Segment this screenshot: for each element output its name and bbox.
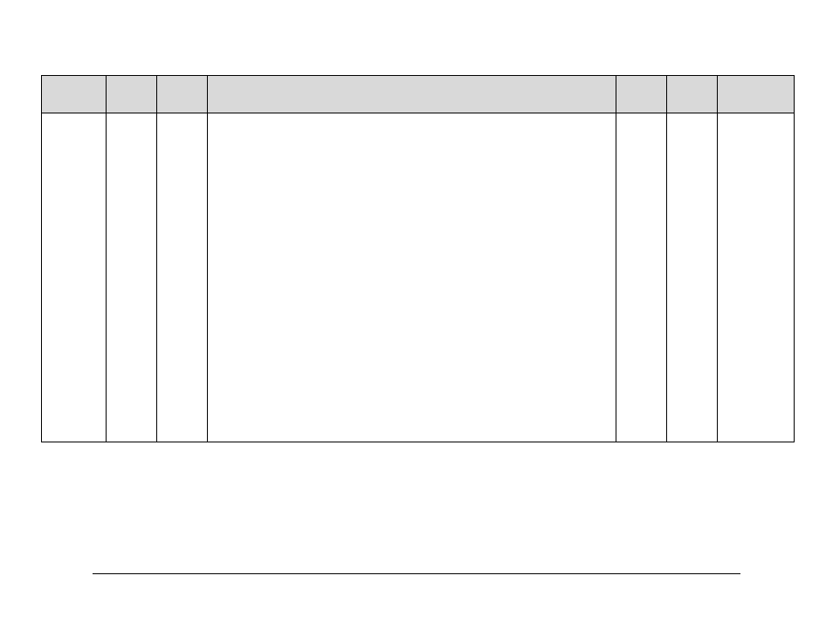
table-cell — [107, 113, 157, 442]
footer-rule — [93, 573, 740, 574]
table-cell — [667, 113, 718, 442]
table-cell — [208, 113, 616, 442]
table-header-cell — [157, 76, 208, 113]
table-header-cell — [42, 76, 107, 113]
table-header-cell — [107, 76, 157, 113]
data-table — [41, 75, 795, 442]
table-header-cell — [667, 76, 718, 113]
table-header-cell — [208, 76, 616, 113]
table-header-cell — [616, 76, 667, 113]
page — [0, 0, 833, 644]
table-cell — [718, 113, 795, 442]
table-cell — [157, 113, 208, 442]
table-header-row — [42, 76, 795, 113]
table-row — [42, 113, 795, 442]
table-cell — [42, 113, 107, 442]
table-header-cell — [718, 76, 795, 113]
table-cell — [616, 113, 667, 442]
